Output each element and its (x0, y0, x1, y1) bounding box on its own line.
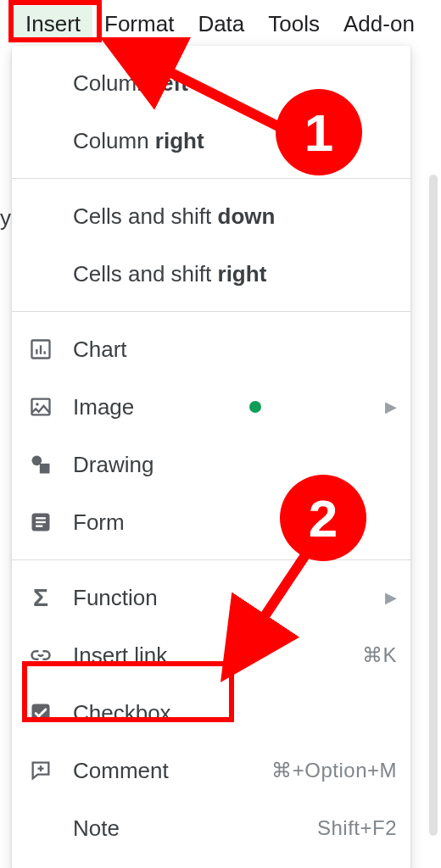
menu-label: Comment (73, 758, 263, 784)
menu-item-checkbox[interactable]: Checkbox (12, 684, 410, 742)
menu-label: Cells and shift right (73, 261, 397, 287)
svg-point-5 (36, 403, 39, 406)
menu-label: Form (73, 509, 397, 536)
menu-label: Cells and shift down (73, 203, 397, 230)
menu-item-function[interactable]: Σ Function ▶ (12, 569, 410, 626)
menu-item-form[interactable]: Form (12, 493, 410, 551)
menu-item-drawing[interactable]: Drawing (12, 436, 410, 493)
svg-rect-7 (40, 464, 50, 474)
checkbox-icon (27, 699, 54, 726)
form-icon (27, 509, 54, 536)
menu-item-note[interactable]: Note Shift+F2 (12, 799, 410, 857)
menubar-item-addons[interactable]: Add-on (332, 6, 427, 42)
menubar-item-insert[interactable]: Insert (14, 6, 92, 42)
shortcut-label: Shift+F2 (317, 816, 397, 840)
svg-rect-9 (36, 517, 46, 519)
menubar-item-format[interactable]: Format (92, 6, 186, 42)
svg-rect-4 (32, 399, 50, 415)
menu-divider (12, 311, 410, 312)
chevron-right-icon: ▶ (385, 588, 397, 607)
menubar: Insert Format Data Tools Add-on (0, 3, 441, 44)
menubar-item-data[interactable]: Data (186, 6, 256, 42)
function-icon: Σ (27, 584, 54, 611)
menu-label: Column left (73, 70, 397, 97)
svg-rect-11 (36, 526, 42, 527)
menu-item-chart[interactable]: Chart (12, 320, 410, 378)
chart-icon (27, 336, 54, 363)
menu-item-comment[interactable]: Comment ⌘+Option+M (12, 742, 410, 799)
spacer-icon (27, 203, 54, 230)
menu-label: Column right (73, 128, 397, 154)
menu-item-insert-link[interactable]: Insert link ⌘K (12, 626, 410, 684)
chevron-right-icon: ▶ (385, 398, 397, 416)
shortcut-label: ⌘+Option+M (271, 759, 397, 782)
menu-label: Insert link (73, 643, 354, 669)
menu-label: Note (73, 815, 309, 842)
drawing-icon (27, 451, 54, 478)
menu-divider (12, 178, 410, 179)
menubar-item-tools[interactable]: Tools (256, 6, 332, 42)
svg-rect-10 (36, 521, 46, 523)
menu-label: Function (73, 585, 377, 611)
sheet-left-cutoff: y (0, 205, 11, 231)
image-icon (27, 393, 54, 420)
menu-label: Drawing (73, 452, 397, 478)
spacer-icon (27, 815, 54, 842)
menu-label: Checkbox (73, 700, 397, 726)
comment-icon (27, 757, 54, 784)
link-icon (27, 642, 54, 669)
menu-scrollbar[interactable] (429, 175, 438, 836)
menu-item-shift-right[interactable]: Cells and shift right (12, 245, 410, 303)
menu-label: Chart (73, 337, 397, 363)
spacer-icon (27, 127, 54, 154)
menu-item-column-right[interactable]: Column right (12, 112, 410, 170)
spacer-icon (27, 260, 54, 287)
insert-menu-dropdown: Column left Column right Cells and shift… (12, 46, 410, 868)
menu-item-image[interactable]: Image ▶ (12, 378, 410, 436)
spacer-icon (27, 70, 54, 97)
menu-item-shift-down[interactable]: Cells and shift down (12, 187, 410, 245)
menu-label: Image (73, 394, 377, 420)
new-feature-dot (249, 401, 261, 413)
shortcut-label: ⌘K (362, 643, 397, 667)
menu-divider (12, 559, 410, 560)
menu-item-column-left[interactable]: Column left (12, 54, 410, 112)
